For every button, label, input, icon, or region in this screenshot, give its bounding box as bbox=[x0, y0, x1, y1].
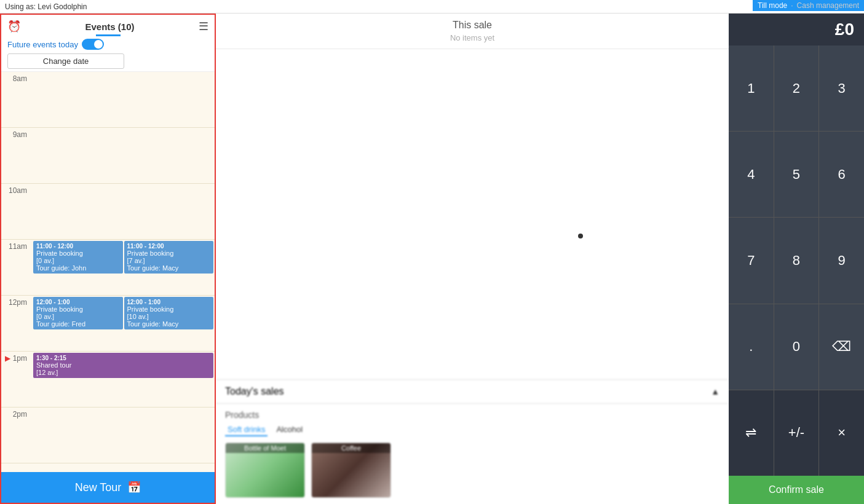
numpad-button-5[interactable]: 5 bbox=[774, 132, 819, 217]
calendar-add-icon: 📅 bbox=[127, 481, 141, 494]
time-label: 10am bbox=[1, 184, 32, 239]
tab-alcohol[interactable]: Alcohol bbox=[274, 423, 305, 436]
cash-management-label: Cash management bbox=[797, 1, 859, 10]
numpad-panel: £0 123456789.0⌫⇌+/-× Confirm sale bbox=[729, 14, 864, 504]
time-slot: 11am11:00 - 12:00Private booking[0 av.]T… bbox=[1, 240, 215, 296]
calendar-scroll[interactable]: 8am9am10am11am11:00 - 12:00Private booki… bbox=[1, 72, 215, 472]
numpad-button-9[interactable]: 9 bbox=[819, 218, 864, 303]
time-content bbox=[32, 128, 215, 183]
time-label: 12pm bbox=[1, 296, 32, 351]
numpad-button-1[interactable]: 1 bbox=[729, 45, 774, 131]
no-items-text: No items yet bbox=[222, 33, 723, 42]
expand-icon[interactable]: ▲ bbox=[711, 387, 719, 396]
time-slot: ▶ 1pm1:30 - 2:15Shared tour[12 av.] bbox=[1, 352, 215, 408]
todays-sales-label: Today's sales bbox=[225, 386, 284, 397]
change-date-row: Change date bbox=[7, 53, 208, 69]
dot-separator: · bbox=[791, 1, 793, 10]
event-block[interactable]: 11:00 - 12:00Private booking[0 av.]Tour … bbox=[33, 241, 123, 274]
time-content bbox=[32, 408, 215, 463]
time-label: 11am bbox=[1, 240, 32, 295]
time-content bbox=[32, 184, 215, 239]
title-underline bbox=[96, 34, 121, 36]
numpad-button-xxx[interactable]: +/- bbox=[774, 390, 819, 476]
time-content: 11:00 - 12:00Private booking[0 av.]Tour … bbox=[32, 240, 215, 295]
this-sale-bar: This sale No items yet bbox=[216, 14, 729, 49]
change-date-button[interactable]: Change date bbox=[7, 53, 124, 69]
numpad-grid: 123456789.0⌫⇌+/-× bbox=[729, 45, 864, 476]
product-card[interactable]: Bottle of Moet bbox=[225, 443, 305, 498]
numpad-button-x[interactable]: × bbox=[819, 390, 864, 476]
toggle-track bbox=[82, 39, 104, 50]
product-grid: Bottle of MoetCoffee bbox=[225, 443, 719, 498]
event-block[interactable]: 11:00 - 12:00Private booking[7 av.]Tour … bbox=[124, 241, 214, 274]
numpad-button-4[interactable]: 4 bbox=[729, 132, 774, 217]
till-mode-badge: Till mode · Cash management bbox=[753, 0, 864, 11]
new-tour-button[interactable]: New Tour 📅 bbox=[1, 472, 215, 503]
time-label: 8am bbox=[1, 72, 32, 127]
product-tabs: Soft drinks Alcohol bbox=[225, 423, 719, 436]
events-title-row: ⏰ Events (10) ☰ bbox=[7, 20, 208, 33]
numpad-display: £0 bbox=[729, 14, 864, 45]
middle-panel: This sale No items yet Today's sales ▲ P… bbox=[216, 14, 729, 504]
event-block[interactable]: 1:30 - 2:15Shared tour[12 av.] bbox=[33, 353, 213, 378]
time-label: 9am bbox=[1, 128, 32, 183]
future-events-label: Future events today bbox=[7, 40, 78, 49]
todays-sales-bar: Today's sales ▲ bbox=[216, 379, 729, 404]
event-block[interactable]: 12:00 - 1:00Private booking[0 av.]Tour g… bbox=[33, 297, 123, 329]
time-label: ▶ 1pm bbox=[1, 352, 32, 407]
time-content bbox=[32, 72, 215, 127]
products-section: Products Soft drinks Alcohol Bottle of M… bbox=[216, 404, 729, 504]
time-slot: 12pm12:00 - 1:00Private booking[0 av.]To… bbox=[1, 296, 215, 352]
new-tour-label: New Tour bbox=[75, 481, 122, 494]
numpad-button-3[interactable]: 3 bbox=[819, 45, 864, 131]
time-label: 2pm bbox=[1, 408, 32, 463]
numpad-button-x[interactable]: ⌫ bbox=[819, 304, 864, 390]
event-block[interactable]: 12:00 - 1:00Private booking[10 av.]Tour … bbox=[124, 297, 214, 329]
left-panel-header: ⏰ Events (10) ☰ Future events today Chan… bbox=[1, 15, 215, 72]
numpad-button-x[interactable]: ⇌ bbox=[729, 390, 774, 476]
this-sale-title: This sale bbox=[222, 20, 723, 31]
numpad-button-2[interactable]: 2 bbox=[774, 45, 819, 131]
toggle-thumb bbox=[94, 40, 103, 49]
time-content: 12:00 - 1:00Private booking[0 av.]Tour g… bbox=[32, 296, 215, 351]
time-content: 1:30 - 2:15Shared tour[12 av.] bbox=[32, 352, 215, 407]
events-title: Events (10) bbox=[21, 22, 199, 32]
time-slot: 10am bbox=[1, 184, 215, 240]
future-events-toggle[interactable] bbox=[82, 39, 104, 50]
future-events-row: Future events today bbox=[7, 39, 208, 50]
clock-icon: ⏰ bbox=[7, 20, 21, 33]
confirm-sale-button[interactable]: Confirm sale bbox=[729, 476, 864, 504]
time-slot: 2pm bbox=[1, 408, 215, 463]
tab-soft-drinks[interactable]: Soft drinks bbox=[225, 423, 268, 436]
left-panel: ⏰ Events (10) ☰ Future events today Chan… bbox=[0, 14, 216, 504]
main-content-area: Today's sales ▲ Products Soft drinks Alc… bbox=[216, 49, 729, 504]
time-slot: 8am bbox=[1, 72, 215, 128]
numpad-button-6[interactable]: 6 bbox=[819, 132, 864, 217]
top-bar: Using as: Levi Godolphin Till mode · Cas… bbox=[0, 0, 864, 14]
numpad-button-7[interactable]: 7 bbox=[729, 218, 774, 303]
till-mode-label: Till mode bbox=[758, 1, 787, 10]
products-title: Products bbox=[225, 410, 719, 420]
numpad-button-x[interactable]: . bbox=[729, 304, 774, 390]
user-label: Using as: Levi Godolphin bbox=[5, 2, 87, 11]
product-card[interactable]: Coffee bbox=[311, 443, 391, 498]
time-slot: 9am bbox=[1, 128, 215, 184]
numpad-button-0[interactable]: 0 bbox=[774, 304, 819, 390]
numpad-button-8[interactable]: 8 bbox=[774, 218, 819, 303]
list-icon[interactable]: ☰ bbox=[199, 20, 208, 33]
